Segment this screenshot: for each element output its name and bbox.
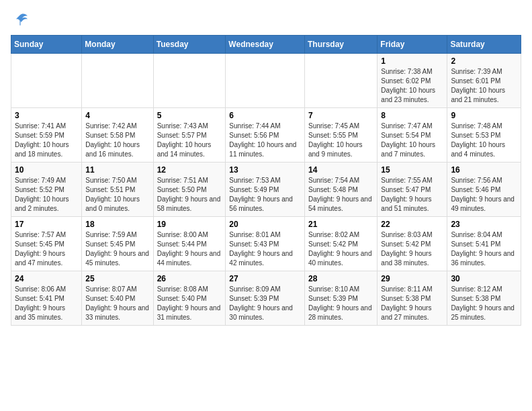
day-info: Sunrise: 7:54 AM Sunset: 5:48 PM Dayligh…: [308, 176, 373, 214]
day-number: 18: [85, 220, 149, 229]
day-number: 30: [451, 274, 517, 283]
calendar-cell: 2Sunrise: 7:39 AM Sunset: 6:01 PM Daylig…: [447, 54, 521, 108]
weekday-header: Tuesday: [153, 36, 226, 54]
day-info: Sunrise: 8:04 AM Sunset: 5:41 PM Dayligh…: [451, 230, 517, 268]
logo-icon: [11, 11, 30, 30]
day-number: 11: [85, 165, 149, 175]
weekday-header: Wednesday: [226, 36, 305, 54]
day-number: 4: [85, 111, 149, 120]
calendar-cell: [153, 54, 226, 108]
calendar-cell: 29Sunrise: 8:11 AM Sunset: 5:38 PM Dayli…: [378, 271, 447, 326]
calendar-cell: 17Sunrise: 7:57 AM Sunset: 5:45 PM Dayli…: [11, 217, 82, 271]
header: [11, 11, 521, 30]
day-number: 3: [15, 111, 78, 120]
day-info: Sunrise: 8:03 AM Sunset: 5:42 PM Dayligh…: [381, 230, 443, 268]
day-info: Sunrise: 7:42 AM Sunset: 5:58 PM Dayligh…: [85, 122, 149, 159]
day-number: 22: [381, 220, 443, 229]
day-number: 19: [157, 220, 222, 229]
day-info: Sunrise: 8:01 AM Sunset: 5:43 PM Dayligh…: [229, 230, 301, 268]
calendar-week-row: 10Sunrise: 7:49 AM Sunset: 5:52 PM Dayli…: [11, 163, 521, 217]
calendar-cell: 21Sunrise: 8:02 AM Sunset: 5:42 PM Dayli…: [304, 217, 377, 271]
day-info: Sunrise: 8:08 AM Sunset: 5:40 PM Dayligh…: [157, 285, 222, 322]
calendar-cell: 19Sunrise: 8:00 AM Sunset: 5:44 PM Dayli…: [153, 217, 226, 271]
calendar-cell: 10Sunrise: 7:49 AM Sunset: 5:52 PM Dayli…: [11, 163, 82, 217]
day-info: Sunrise: 8:11 AM Sunset: 5:38 PM Dayligh…: [381, 285, 443, 322]
day-number: 24: [15, 274, 78, 283]
calendar-week-row: 3Sunrise: 7:41 AM Sunset: 5:59 PM Daylig…: [11, 108, 521, 163]
day-info: Sunrise: 7:48 AM Sunset: 5:53 PM Dayligh…: [451, 122, 517, 159]
calendar-cell: 20Sunrise: 8:01 AM Sunset: 5:43 PM Dayli…: [226, 217, 305, 271]
weekday-header: Sunday: [11, 36, 82, 54]
day-number: 5: [157, 111, 222, 120]
calendar-cell: 15Sunrise: 7:55 AM Sunset: 5:47 PM Dayli…: [378, 163, 447, 217]
weekday-header: Thursday: [304, 36, 377, 54]
calendar-cell: [11, 54, 82, 108]
day-info: Sunrise: 8:06 AM Sunset: 5:41 PM Dayligh…: [15, 285, 78, 322]
calendar-cell: 23Sunrise: 8:04 AM Sunset: 5:41 PM Dayli…: [447, 217, 521, 271]
day-info: Sunrise: 8:02 AM Sunset: 5:42 PM Dayligh…: [308, 230, 373, 268]
day-info: Sunrise: 7:41 AM Sunset: 5:59 PM Dayligh…: [15, 122, 78, 159]
day-number: 14: [308, 165, 373, 175]
calendar-cell: 13Sunrise: 7:53 AM Sunset: 5:49 PM Dayli…: [226, 163, 305, 217]
calendar-cell: 4Sunrise: 7:42 AM Sunset: 5:58 PM Daylig…: [82, 108, 153, 163]
day-info: Sunrise: 7:39 AM Sunset: 6:01 PM Dayligh…: [451, 67, 517, 105]
calendar-cell: 28Sunrise: 8:10 AM Sunset: 5:39 PM Dayli…: [304, 271, 377, 326]
day-info: Sunrise: 7:51 AM Sunset: 5:50 PM Dayligh…: [157, 176, 222, 214]
calendar-cell: 14Sunrise: 7:54 AM Sunset: 5:48 PM Dayli…: [304, 163, 377, 217]
day-number: 15: [381, 165, 443, 175]
calendar-cell: 22Sunrise: 8:03 AM Sunset: 5:42 PM Dayli…: [378, 217, 447, 271]
header-row: SundayMondayTuesdayWednesdayThursdayFrid…: [11, 36, 521, 54]
day-number: 21: [308, 220, 373, 229]
calendar-cell: 6Sunrise: 7:44 AM Sunset: 5:56 PM Daylig…: [226, 108, 305, 163]
calendar-cell: 3Sunrise: 7:41 AM Sunset: 5:59 PM Daylig…: [11, 108, 82, 163]
weekday-header: Monday: [82, 36, 153, 54]
day-info: Sunrise: 7:49 AM Sunset: 5:52 PM Dayligh…: [15, 176, 78, 214]
calendar-cell: 1Sunrise: 7:38 AM Sunset: 6:02 PM Daylig…: [378, 54, 447, 108]
day-number: 29: [381, 274, 443, 283]
calendar-cell: 18Sunrise: 7:59 AM Sunset: 5:45 PM Dayli…: [82, 217, 153, 271]
calendar-cell: 11Sunrise: 7:50 AM Sunset: 5:51 PM Dayli…: [82, 163, 153, 217]
day-number: 10: [15, 165, 78, 175]
calendar-cell: 9Sunrise: 7:48 AM Sunset: 5:53 PM Daylig…: [447, 108, 521, 163]
day-info: Sunrise: 8:07 AM Sunset: 5:40 PM Dayligh…: [85, 285, 149, 322]
day-info: Sunrise: 7:56 AM Sunset: 5:46 PM Dayligh…: [451, 176, 517, 214]
calendar-cell: 7Sunrise: 7:45 AM Sunset: 5:55 PM Daylig…: [304, 108, 377, 163]
day-info: Sunrise: 7:57 AM Sunset: 5:45 PM Dayligh…: [15, 230, 78, 268]
day-number: 12: [157, 165, 222, 175]
calendar-week-row: 17Sunrise: 7:57 AM Sunset: 5:45 PM Dayli…: [11, 217, 521, 271]
logo: [11, 11, 32, 30]
day-number: 9: [451, 111, 517, 120]
day-info: Sunrise: 7:45 AM Sunset: 5:55 PM Dayligh…: [308, 122, 373, 159]
calendar-cell: 27Sunrise: 8:09 AM Sunset: 5:39 PM Dayli…: [226, 271, 305, 326]
calendar-table: SundayMondayTuesdayWednesdayThursdayFrid…: [11, 35, 521, 326]
calendar-cell: 5Sunrise: 7:43 AM Sunset: 5:57 PM Daylig…: [153, 108, 226, 163]
day-number: 1: [381, 56, 443, 66]
day-info: Sunrise: 8:00 AM Sunset: 5:44 PM Dayligh…: [157, 230, 222, 268]
day-info: Sunrise: 7:53 AM Sunset: 5:49 PM Dayligh…: [229, 176, 301, 214]
calendar-week-row: 24Sunrise: 8:06 AM Sunset: 5:41 PM Dayli…: [11, 271, 521, 326]
day-number: 6: [229, 111, 301, 120]
day-number: 26: [157, 274, 222, 283]
day-info: Sunrise: 7:55 AM Sunset: 5:47 PM Dayligh…: [381, 176, 443, 214]
weekday-header: Saturday: [447, 36, 521, 54]
calendar-cell: [82, 54, 153, 108]
calendar-week-row: 1Sunrise: 7:38 AM Sunset: 6:02 PM Daylig…: [11, 54, 521, 108]
day-number: 2: [451, 56, 517, 66]
day-number: 25: [85, 274, 149, 283]
day-info: Sunrise: 8:09 AM Sunset: 5:39 PM Dayligh…: [229, 285, 301, 322]
calendar-cell: [226, 54, 305, 108]
calendar-cell: 12Sunrise: 7:51 AM Sunset: 5:50 PM Dayli…: [153, 163, 226, 217]
day-info: Sunrise: 7:47 AM Sunset: 5:54 PM Dayligh…: [381, 122, 443, 159]
day-info: Sunrise: 7:50 AM Sunset: 5:51 PM Dayligh…: [85, 176, 149, 214]
day-number: 16: [451, 165, 517, 175]
day-info: Sunrise: 8:10 AM Sunset: 5:39 PM Dayligh…: [308, 285, 373, 322]
day-number: 13: [229, 165, 301, 175]
day-info: Sunrise: 7:38 AM Sunset: 6:02 PM Dayligh…: [381, 67, 443, 105]
calendar-cell: 30Sunrise: 8:12 AM Sunset: 5:38 PM Dayli…: [447, 271, 521, 326]
day-number: 20: [229, 220, 301, 229]
calendar-cell: 25Sunrise: 8:07 AM Sunset: 5:40 PM Dayli…: [82, 271, 153, 326]
day-number: 28: [308, 274, 373, 283]
day-info: Sunrise: 8:12 AM Sunset: 5:38 PM Dayligh…: [451, 285, 517, 322]
calendar-cell: 26Sunrise: 8:08 AM Sunset: 5:40 PM Dayli…: [153, 271, 226, 326]
weekday-header: Friday: [378, 36, 447, 54]
